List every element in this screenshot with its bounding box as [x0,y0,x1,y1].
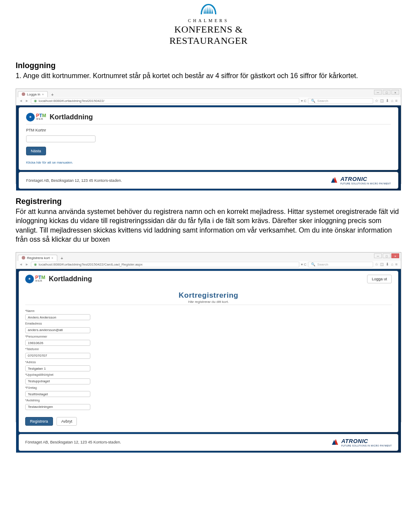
cancel-button[interactable]: Avbryt [56,417,77,426]
search-icon: 🔍 [311,263,315,266]
download-icon[interactable]: ⬇ [386,262,389,266]
field-input[interactable] [25,365,90,371]
login-panel: ✶ PTM WEB Kortladdning PTM Kortnr Nästa … [19,107,398,171]
window-controls: ─ □ × [374,90,399,95]
logout-button[interactable]: Logga ut [367,275,392,283]
footer-address: Företaget AB, Besöksgatan 12, 123 45 Kon… [25,440,121,444]
logo-line1: CHALMERS [16,18,401,23]
window-maximize-icon[interactable]: □ [383,90,391,95]
atronic-mark-icon [331,176,339,185]
search-bar[interactable]: 🔍 Search [308,262,373,267]
address-bar[interactable]: ◉ localhost:8080/KortladdningTest2015042… [31,262,299,267]
browser-tab[interactable]: Logga in × [18,91,48,97]
globe-icon: ◉ [34,99,37,103]
favicon-icon [22,256,25,259]
search-icon: 🔍 [311,99,315,103]
crown-icon [199,3,218,17]
new-tab-button[interactable]: + [50,92,56,97]
field-label: *Adress [25,361,392,364]
field-input[interactable] [25,327,90,333]
atronic-logo: ATRONIC FUTURE SOLUTIONS IN MICRO PAYMEN… [332,438,392,447]
field-input[interactable] [25,353,90,359]
nav-back-icon[interactable]: ◄ [19,263,23,266]
favicon-icon [22,92,25,96]
window-close-icon[interactable]: × [391,253,399,258]
atronic-tagline: FUTURE SOLUTIONS IN MICRO PAYMENT [341,444,392,447]
dropdown-icon[interactable]: ▾ C [301,99,306,103]
nav-forward-icon[interactable]: ► [25,99,29,103]
footer-address: Företaget AB, Besöksgatan 12, 123 45 Kon… [26,178,122,183]
screenshot-register: ─ □ × Registrera kort × + ◄ ► ◉ localhos… [16,252,401,422]
window-minimize-icon[interactable]: ─ [374,90,382,95]
bookmark-star-icon[interactable]: ☆ [375,99,378,103]
ptm-web-logo: ✶ PTM WEB [26,113,46,122]
footer-panel: Företaget AB, Besöksgatan 12, 123 45 Kon… [19,434,398,451]
register-header-panel: ✶ PTM WEB Kortladdning Logga ut [19,271,398,287]
screenshot-login: ─ □ × Logga in × + ◄ ► ◉ localhost:8080/… [16,89,401,184]
home-icon[interactable]: ⌂ [391,262,393,266]
field-label: *Namn [25,309,392,312]
register-form-panel: Kortregistrering Här registrerar du ditt… [19,287,398,432]
field-input[interactable] [25,391,90,397]
card-number-input[interactable] [26,135,96,142]
browser-tab[interactable]: Registrera kort × [18,255,57,261]
dropdown-icon[interactable]: ▾ C [301,263,306,266]
atronic-brand: ATRONIC [341,176,391,182]
section2-title: Registrering [16,197,401,206]
new-tab-button[interactable]: + [59,256,65,261]
search-placeholder: Search [317,263,328,266]
download-icon[interactable]: ⬇ [386,99,389,103]
field-label: *Avdelning [25,399,392,402]
section2-body: För att kunna använda systemet behöver d… [16,207,401,244]
menu-icon[interactable]: ≡ [395,99,397,103]
self-icon[interactable]: ◫ [380,262,384,266]
atronic-tagline: FUTURE SOLUTIONS IN MICRO PAYMENT [341,182,391,185]
register-button[interactable]: Registrera [25,417,53,426]
ptm-badge-icon: ✶ [25,275,34,283]
bookmark-star-icon[interactable]: ☆ [375,262,378,266]
manual-link[interactable]: Klicka här för att se manualen. [26,161,391,164]
tab-close-icon[interactable]: × [42,93,44,96]
ptm-web-logo: ✶ PTM WEB [25,275,45,283]
panel-title: Kortladdning [49,275,92,283]
chalmers-logo-block: CHALMERS KONFERENS & RESTAURANGER [16,0,401,61]
card-number-label: PTM Kortnr [26,128,391,132]
tab-title: Registrera kort [27,256,50,260]
atronic-logo: ATRONIC FUTURE SOLUTIONS IN MICRO PAYMEN… [331,176,391,185]
search-bar[interactable]: 🔍 Search [308,98,373,104]
field-label: *Företag [25,386,392,389]
field-input[interactable] [25,378,90,384]
register-subtitle: Här registrerar du ditt kort. [25,300,392,304]
window-minimize-icon[interactable]: ─ [374,253,382,258]
register-title: Kortregistrering [25,291,392,300]
tab-title: Logga in [27,92,40,96]
field-label: *Personnummer [25,335,392,338]
nav-back-icon[interactable]: ◄ [19,99,23,103]
window-maximize-icon[interactable]: □ [383,253,391,258]
atronic-brand: ATRONIC [341,438,392,444]
self-icon[interactable]: ◫ [380,99,384,103]
atronic-mark-icon [332,438,340,447]
section1-title: Inloggning [16,61,401,70]
tab-close-icon[interactable]: × [51,256,53,259]
field-label: Emailadress [25,322,392,325]
window-controls: ─ □ × [374,253,399,258]
next-button[interactable]: Nästa [26,147,46,155]
url-text: localhost:8080/KortladdningTest20150422/… [39,263,142,266]
menu-icon[interactable]: ≡ [395,262,397,266]
field-label: *Uppdragstillhörighet [25,373,392,376]
globe-icon: ◉ [34,263,37,266]
address-bar[interactable]: ◉ localhost:8080/KortladdningTest2015042… [31,98,299,104]
nav-forward-icon[interactable]: ► [25,263,29,266]
field-input[interactable] [25,340,90,346]
home-icon[interactable]: ⌂ [391,99,393,103]
ptm-badge-icon: ✶ [26,113,35,122]
panel-title: Kortladdning [50,113,93,121]
footer-panel: Företaget AB, Besöksgatan 12, 123 45 Kon… [19,172,398,189]
window-close-icon[interactable]: × [391,90,399,95]
logo-line2: KONFERENS & [16,24,401,35]
field-input[interactable] [25,314,90,320]
field-input[interactable] [25,404,90,410]
logo-line3: RESTAURANGER [16,35,401,46]
section1-body: 1. Ange ditt kortnummer. Kortnumret står… [16,71,401,81]
